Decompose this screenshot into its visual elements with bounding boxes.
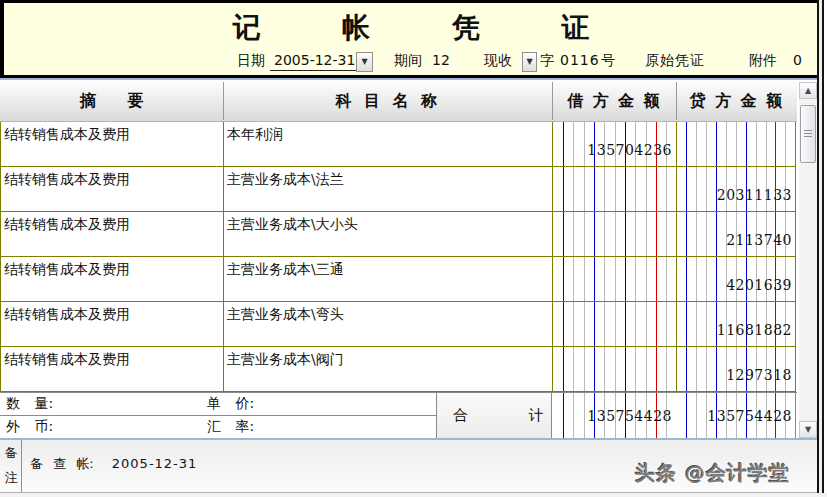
chevron-down-icon: ▼ <box>526 57 532 66</box>
thumb-grip-icon <box>804 130 812 139</box>
number-suffix-label: 号 <box>601 52 615 70</box>
debit-cell[interactable]: 135704236 <box>553 122 675 166</box>
debit-cell[interactable] <box>553 347 675 391</box>
header-separator <box>223 82 224 120</box>
date-field[interactable]: 2005-12-31 <box>270 52 356 71</box>
table-row: 结转销售成本及费用 主营业务成本\法兰 20311133 <box>0 167 796 212</box>
debit-cell[interactable] <box>553 167 675 211</box>
remark-side-label: 备 注 <box>0 440 22 492</box>
credit-cell[interactable]: 4201639 <box>677 257 795 301</box>
window-right-border <box>817 0 824 493</box>
window-bottom-edge <box>0 493 827 497</box>
arrow-down-icon: ▼ <box>805 425 811 434</box>
divider <box>795 393 796 438</box>
arrow-up-icon: ▲ <box>805 86 811 95</box>
account-cell[interactable]: 主营业务成本\阀门 <box>227 351 344 369</box>
original-voucher-label[interactable]: 原始凭证 <box>645 52 705 70</box>
word-label: 字 <box>540 52 554 70</box>
column-header-summary: 摘 要 <box>0 80 223 122</box>
voucher-window: 记 帐 凭 证 日期 2005-12-31 ▼ 期间 12 现收 ▼ 字 011… <box>0 0 827 497</box>
credit-amount: 11681882 <box>717 322 792 338</box>
table-row: 结转销售成本及费用 主营业务成本\大小头 2113740 <box>0 212 796 257</box>
credit-cell[interactable]: 20311133 <box>677 167 795 211</box>
scroll-up-button[interactable]: ▲ <box>799 82 817 99</box>
voucher-header: 记 帐 凭 证 日期 2005-12-31 ▼ 期间 12 现收 ▼ 字 011… <box>0 0 818 78</box>
voucher-number: 0116 <box>560 52 600 68</box>
credit-amount: 4201639 <box>726 277 792 293</box>
voucher-type-dropdown-button[interactable]: ▼ <box>522 52 537 72</box>
credit-amount: 20311133 <box>717 187 792 203</box>
totals-section: 数 量: 单 价: 外 币: 汇 率: 合 计 135754428 135754… <box>0 392 797 438</box>
account-cell[interactable]: 主营业务成本\弯头 <box>227 306 344 324</box>
voucher-title: 记 帐 凭 证 <box>4 9 818 47</box>
table-header-row: 摘 要 科 目 名 称 借 方 金 额 贷 方 金 额 <box>0 80 797 122</box>
table-row: 结转销售成本及费用 主营业务成本\三通 4201639 <box>0 257 796 302</box>
account-cell[interactable]: 主营业务成本\法兰 <box>227 171 344 189</box>
summary-cell[interactable]: 结转销售成本及费用 <box>4 216 130 234</box>
credit-cell[interactable]: 2113740 <box>677 212 795 256</box>
remark-section: 备 注 备 查 帐: 2005-12-31 头条 @会计学堂 <box>0 440 818 493</box>
credit-amount: 2113740 <box>726 232 792 248</box>
chevron-down-icon: ▼ <box>361 57 367 66</box>
debit-amount: 135704236 <box>587 142 672 158</box>
credit-cell[interactable] <box>677 122 795 166</box>
total-debit-amount: 135754428 <box>587 408 672 424</box>
column-header-debit: 借 方 金 额 <box>552 80 676 122</box>
total-label-cell: 合 计 <box>437 393 552 438</box>
remark-char-top: 备 <box>0 444 22 462</box>
period-value: 12 <box>432 52 450 68</box>
column-header-account: 科 目 名 称 <box>223 80 552 122</box>
debit-cell[interactable] <box>553 302 675 346</box>
remark-char-bottom: 注 <box>0 469 22 487</box>
unit-price-label: 单 价: <box>207 395 254 413</box>
voucher-type-value[interactable]: 现收 <box>484 52 512 70</box>
reference-note-date: 2005-12-31 <box>112 456 198 471</box>
period-label: 期间 <box>394 52 422 70</box>
date-dropdown-button[interactable]: ▼ <box>356 52 373 72</box>
summary-cell[interactable]: 结转销售成本及费用 <box>4 306 130 324</box>
summary-cell[interactable]: 结转销售成本及费用 <box>4 261 130 279</box>
total-debit-cell: 135754428 <box>553 393 675 438</box>
table-row: 结转销售成本及费用 主营业务成本\弯头 11681882 <box>0 302 796 347</box>
foreign-currency-label: 外 币: <box>6 418 53 436</box>
account-cell[interactable]: 主营业务成本\三通 <box>227 261 344 279</box>
credit-amount: 1297318 <box>726 367 792 383</box>
header-separator <box>676 82 677 120</box>
table-row: 结转销售成本及费用 本年利润 135704236 <box>0 122 796 167</box>
quantity-label: 数 量: <box>6 395 53 413</box>
scroll-down-button[interactable]: ▼ <box>799 421 817 438</box>
account-cell[interactable]: 本年利润 <box>227 126 283 144</box>
reference-note-label: 备 查 帐: <box>30 456 94 471</box>
watermark: 头条 @会计学堂 <box>635 460 790 487</box>
account-cell[interactable]: 主营业务成本\大小头 <box>227 216 358 234</box>
summary-cell[interactable]: 结转销售成本及费用 <box>4 351 130 369</box>
attachment-count: 0 <box>793 52 802 68</box>
table-row: 结转销售成本及费用 主营业务成本\阀门 1297318 <box>0 347 796 392</box>
scrollbar-thumb[interactable] <box>800 105 816 163</box>
summary-cell[interactable]: 结转销售成本及费用 <box>4 171 130 189</box>
total-credit-amount: 135754428 <box>707 408 792 424</box>
credit-cell[interactable]: 11681882 <box>677 302 795 346</box>
date-label: 日期 <box>237 52 265 70</box>
attachment-label: 附件 <box>749 52 777 70</box>
summary-cell[interactable]: 结转销售成本及费用 <box>4 126 130 144</box>
header-separator <box>552 82 553 120</box>
debit-cell[interactable] <box>553 212 675 256</box>
divider <box>0 415 437 416</box>
reference-note: 备 查 帐: 2005-12-31 <box>30 455 197 473</box>
credit-cell[interactable]: 1297318 <box>677 347 795 391</box>
exchange-rate-label: 汇 率: <box>207 418 254 436</box>
column-header-credit: 贷 方 金 额 <box>676 80 797 122</box>
table-body: 结转销售成本及费用 本年利润 135704236 结转销售成本及费用 主营业务成… <box>0 122 797 392</box>
voucher-table: 摘 要 科 目 名 称 借 方 金 额 贷 方 金 额 结转销售成本及费用 本年… <box>0 78 818 440</box>
vertical-scrollbar[interactable]: ▲ ▼ <box>799 82 817 438</box>
debit-cell[interactable] <box>553 257 675 301</box>
total-credit-cell: 135754428 <box>677 393 795 438</box>
qty-price-panel: 数 量: 单 价: 外 币: 汇 率: <box>0 393 437 438</box>
